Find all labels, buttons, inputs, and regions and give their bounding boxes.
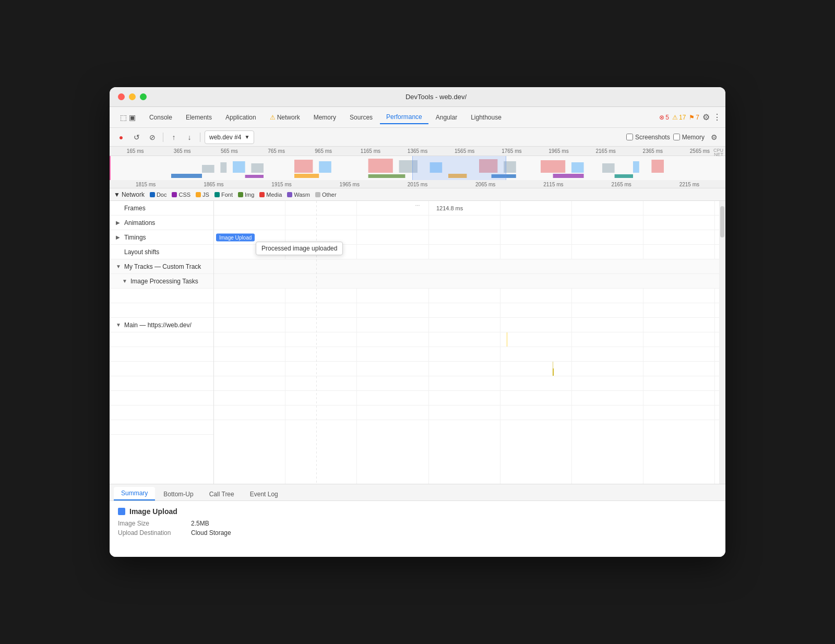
tab-memory[interactable]: Memory: [307, 111, 342, 124]
scrollbar-thumb[interactable]: [720, 206, 724, 237]
tab-call-tree[interactable]: Call Tree: [202, 488, 242, 500]
more-options[interactable]: ···: [415, 202, 420, 208]
tab-event-log[interactable]: Event Log: [243, 488, 285, 500]
animations-arrow[interactable]: ▶: [116, 220, 122, 225]
tab-application[interactable]: Application: [219, 111, 263, 124]
main-thread-row-2: [214, 347, 719, 362]
image-processing-arrow[interactable]: ▼: [122, 278, 128, 284]
timings-content: Image Upload Processed image uploaded: [214, 230, 719, 245]
more-icon[interactable]: ⋮: [713, 112, 721, 122]
screenshots-checkbox[interactable]: Screenshots: [626, 134, 670, 141]
image-processing-content: [214, 274, 719, 289]
upload-button[interactable]: ↑: [168, 131, 180, 144]
dropdown-arrow: ▼: [244, 134, 249, 140]
minimap[interactable]: [110, 156, 725, 180]
svg-rect-16: [171, 174, 202, 178]
collapse-arrow[interactable]: ▼: [114, 191, 120, 198]
track-empty-2: [110, 303, 213, 318]
empty-row-2: [214, 303, 719, 318]
close-button[interactable]: [118, 93, 125, 100]
main-track-row-4: [110, 376, 213, 391]
tab-console[interactable]: Console: [143, 111, 178, 124]
ruler-mark: 1365 ms: [394, 148, 441, 154]
toolbar-settings-button[interactable]: ⚙: [708, 131, 720, 144]
screenshots-input[interactable]: [626, 134, 633, 140]
ruler-mark: 765 ms: [253, 148, 300, 154]
bottom-tabs-bar: Summary Bottom-Up Call Tree Event Log: [110, 484, 725, 501]
memory-input[interactable]: [673, 134, 680, 140]
svg-rect-18: [294, 174, 319, 178]
timeline-pink-marker: [110, 156, 111, 180]
ruler-mark2: 1815 ms: [112, 182, 180, 187]
main-track-row-5: [110, 391, 213, 406]
memory-checkbox[interactable]: Memory: [673, 134, 705, 141]
tooltip-popup: Processed image uploaded: [256, 242, 343, 255]
tab-summary[interactable]: Summary: [114, 487, 155, 500]
maximize-button[interactable]: [140, 93, 147, 100]
tab-performance[interactable]: Performance: [380, 111, 428, 124]
record-button[interactable]: ●: [115, 131, 127, 144]
svg-rect-12: [571, 162, 584, 173]
frames-content: 1214.8 ms: [214, 201, 719, 216]
track-label-timings[interactable]: ▶ Timings: [110, 230, 213, 245]
track-label-animations[interactable]: ▶ Animations: [110, 216, 213, 230]
main-thread-row-3: [214, 362, 719, 376]
yellow-marker-1: [507, 332, 507, 347]
doc-color: [150, 192, 155, 197]
track-label-custom-track[interactable]: ▼ My Tracks — Custom Track: [110, 259, 213, 274]
js-color: [196, 192, 201, 197]
download-button[interactable]: ↓: [183, 131, 196, 144]
svg-rect-23: [615, 174, 633, 178]
main-thread-row-1: [214, 332, 719, 347]
bottom-ruler: 1815 ms 1865 ms 1915 ms 1965 ms 2015 ms …: [110, 180, 725, 188]
tab-network[interactable]: ⚠ Network: [264, 111, 306, 124]
frame-time-marker: 1214.8 ms: [436, 205, 463, 211]
track-labels-panel: ▶ Frames ▶ Animations ▶ Timings: [110, 201, 214, 484]
tab-elements[interactable]: Elements: [180, 111, 218, 124]
divider-2: [200, 133, 200, 142]
reload-button[interactable]: ↺: [130, 131, 143, 144]
image-processing-label: ▼ Image Processing Tasks: [110, 278, 214, 285]
ruler-mark: 1965 ms: [535, 148, 582, 154]
track-label-image-processing[interactable]: ▼ Image Processing Tasks: [110, 274, 213, 289]
profile-selector[interactable]: web.dev #4 ▼: [205, 130, 254, 144]
tab-sources[interactable]: Sources: [343, 111, 379, 124]
timeline-header: 165 ms 365 ms 565 ms 765 ms 965 ms 1165 …: [110, 147, 725, 188]
main-thread-row-4: [214, 376, 719, 391]
ruler-mark2: 2115 ms: [519, 182, 587, 187]
layout-shifts-label: ▶ Layout shifts: [110, 248, 214, 256]
track-label-main[interactable]: ▼ Main — https://web.dev/: [110, 318, 213, 332]
animations-label: ▶ Animations: [110, 219, 214, 226]
main-arrow[interactable]: ▼: [116, 322, 122, 328]
svg-rect-19: [368, 174, 405, 178]
main-track-row-7: [110, 420, 213, 435]
image-upload-badge[interactable]: Image Upload: [216, 233, 255, 241]
custom-track-label: ▼ My Tracks — Custom Track: [110, 263, 214, 270]
tab-inspector[interactable]: ⬚ ▣: [114, 111, 142, 124]
traffic-lights: [118, 93, 147, 100]
ruler-mark2: 2165 ms: [588, 182, 655, 187]
timeline-selection[interactable]: [412, 156, 506, 180]
ruler-mark: 1165 ms: [347, 148, 394, 154]
track-label-frames: ▶ Frames: [110, 201, 213, 216]
summary-title-icon: [118, 508, 125, 515]
flag-count: 7: [696, 114, 699, 121]
clear-button[interactable]: ⊘: [146, 131, 159, 144]
svg-rect-14: [633, 161, 639, 173]
summary-title: Image Upload: [118, 507, 717, 516]
tab-angular[interactable]: Angular: [430, 111, 463, 124]
tab-lighthouse[interactable]: Lighthouse: [464, 111, 508, 124]
media-color: [259, 192, 265, 197]
custom-track-arrow[interactable]: ▼: [116, 264, 122, 269]
svg-rect-1: [220, 162, 226, 173]
vertical-scrollbar[interactable]: [719, 201, 725, 484]
minimize-button[interactable]: [129, 93, 136, 100]
ruler-mark: 1765 ms: [488, 148, 535, 154]
tab-bottom-up[interactable]: Bottom-Up: [156, 488, 200, 500]
settings-icon[interactable]: ⚙: [702, 112, 710, 122]
main-thread-label: ▼ Main — https://web.dev/: [110, 321, 214, 329]
ruler-mark: 565 ms: [206, 148, 253, 154]
timings-arrow[interactable]: ▶: [116, 234, 122, 240]
ruler-mark2: 2215 ms: [655, 182, 723, 187]
error-icon: ⊗: [659, 114, 664, 121]
